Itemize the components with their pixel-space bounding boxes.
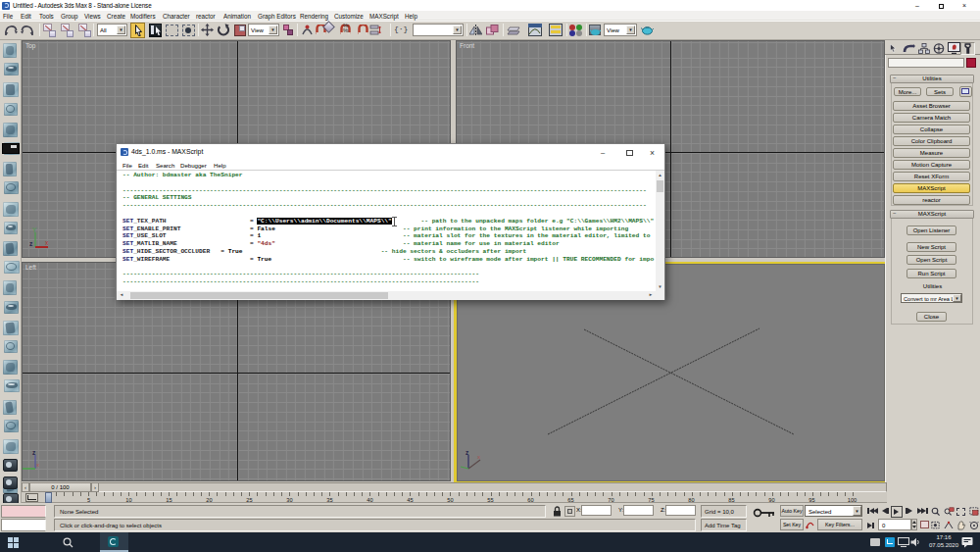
svg-text:x: x — [36, 462, 39, 468]
svg-text:z: z — [29, 240, 33, 247]
svg-text:x: x — [477, 454, 480, 460]
svg-text:Y: Y — [32, 226, 37, 233]
svg-text:z: z — [466, 449, 469, 456]
svg-text:x: x — [45, 239, 49, 246]
svg-text:z: z — [32, 449, 36, 456]
